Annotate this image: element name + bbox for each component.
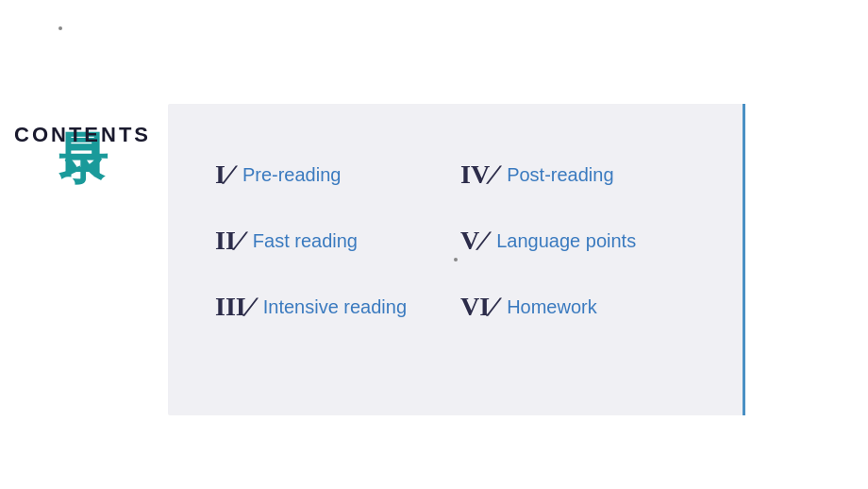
checkmark-3: ╱ bbox=[244, 298, 254, 316]
list-item-post-reading: IV╱ Post-reading bbox=[460, 142, 706, 208]
checkmark-2: ╱ bbox=[234, 232, 243, 250]
label-fast-reading: Fast reading bbox=[253, 230, 358, 252]
label-pre-reading: Pre-reading bbox=[242, 164, 342, 186]
roman-numeral-2: II╱ bbox=[215, 226, 243, 256]
checkmark-6: ╱ bbox=[488, 298, 497, 316]
roman-numeral-6: VI╱ bbox=[460, 292, 497, 322]
checkmark-4: ╱ bbox=[488, 166, 497, 184]
right-accent-line bbox=[743, 104, 745, 415]
checkmark-1: ╱ bbox=[224, 166, 233, 184]
label-post-reading: Post-reading bbox=[507, 164, 613, 186]
decorative-dot bbox=[58, 26, 62, 30]
main-content-panel: I╱ Pre-reading IV╱ Post-reading II╱ Fast… bbox=[168, 104, 743, 415]
chinese-title: 目录 bbox=[58, 94, 108, 102]
checkmark-5: ╱ bbox=[477, 232, 487, 250]
list-item-pre-reading: I╱ Pre-reading bbox=[215, 142, 460, 208]
label-homework: Homework bbox=[507, 296, 597, 318]
list-item-language-points: V╱ Language points bbox=[460, 208, 706, 274]
list-item-fast-reading: II╱ Fast reading bbox=[215, 208, 460, 274]
label-intensive-reading: Intensive reading bbox=[263, 296, 407, 318]
roman-numeral-5: V╱ bbox=[460, 226, 487, 256]
roman-numeral-3: III╱ bbox=[215, 292, 254, 322]
items-grid: I╱ Pre-reading IV╱ Post-reading II╱ Fast… bbox=[215, 142, 706, 340]
page-container: 目录 CONTENTS I╱ Pre-reading IV╱ Post-read… bbox=[0, 0, 868, 489]
list-item-homework: VI╱ Homework bbox=[460, 274, 706, 340]
list-item-intensive-reading: III╱ Intensive reading bbox=[215, 274, 460, 340]
label-language-points: Language points bbox=[496, 230, 636, 252]
roman-numeral-1: I╱ bbox=[215, 160, 233, 190]
sidebar: 目录 CONTENTS bbox=[0, 94, 165, 147]
contents-label: CONTENTS bbox=[14, 123, 151, 147]
roman-numeral-4: IV╱ bbox=[460, 160, 497, 190]
